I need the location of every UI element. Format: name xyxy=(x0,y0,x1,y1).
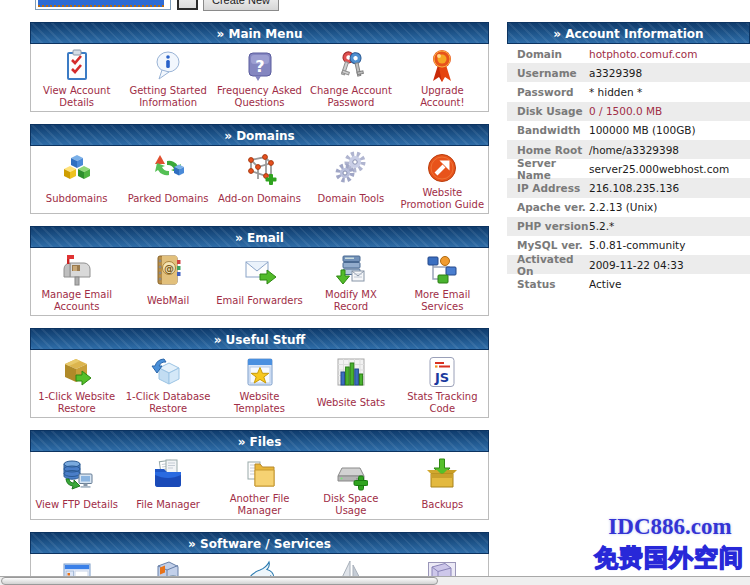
account-row-value: Active xyxy=(589,278,621,290)
section-useful-stuff: » Useful Stuff1-Click Website Restore1-C… xyxy=(30,328,489,418)
account-row-label: Username xyxy=(507,67,589,79)
menu-item-modify-mx-record[interactable]: Modify MX Record xyxy=(305,248,396,315)
section-header-email: » Email xyxy=(30,226,489,248)
account-row-label: Password xyxy=(507,86,589,98)
menu-item-file-manager[interactable]: File Manager xyxy=(122,452,213,519)
watermark-line2: 免费国外空间 xyxy=(588,542,750,574)
box-restore-icon xyxy=(60,355,94,389)
menu-item-label: 1-Click Website Restore xyxy=(31,389,122,417)
account-row-value: 216.108.235.136 xyxy=(589,182,679,194)
menu-item-add-on-domains[interactable]: Add-on Domains xyxy=(214,146,305,213)
menu-item-getting-started-information[interactable]: Getting Started Information xyxy=(122,44,213,111)
menu-sections: » Main MenuView Account DetailsGetting S… xyxy=(30,22,489,585)
menu-item-change-account-password[interactable]: Change Account Password xyxy=(305,44,396,111)
menu-item-label: 1-Click Database Restore xyxy=(122,389,213,417)
award-ribbon-icon xyxy=(425,49,459,83)
account-row-value: 5.0.81-community xyxy=(589,239,685,251)
account-row-value[interactable]: 0 / 1500.0 MB xyxy=(589,105,662,117)
menu-item-label: Add-on Domains xyxy=(216,185,303,213)
menu-item-email-forwarders[interactable]: Email Forwarders xyxy=(214,248,305,315)
create-new-button[interactable]: Create New xyxy=(203,0,279,11)
section-header-main-menu: » Main Menu xyxy=(30,22,489,44)
yellow-folder-icon xyxy=(243,457,277,491)
account-row-value: a3329398 xyxy=(589,67,642,79)
account-row-value[interactable]: hotphoto.comuf.com xyxy=(589,48,697,60)
account-row-ip-address: IP Address216.108.235.136 xyxy=(507,178,750,197)
section-email: » EmailManage Email Accounts@WebMailEmai… xyxy=(30,226,489,316)
account-row-value: 2.2.13 (Unix) xyxy=(589,201,657,213)
section-main-menu: » Main MenuView Account DetailsGetting S… xyxy=(30,22,489,112)
window-star-icon xyxy=(243,355,277,389)
menu-item-label: Website Stats xyxy=(315,389,388,417)
account-row-label: Domain xyxy=(507,48,589,60)
menu-item-label: WebMail xyxy=(145,287,191,315)
menu-item-manage-email-accounts[interactable]: Manage Email Accounts xyxy=(31,248,122,315)
menu-item-label: More Email Services xyxy=(397,287,488,315)
section-items-email: Manage Email Accounts@WebMailEmail Forwa… xyxy=(30,248,489,316)
account-row-username: Usernamea3329398 xyxy=(507,63,750,82)
menu-item-backups[interactable]: Backups xyxy=(397,452,488,519)
menu-item-website-stats[interactable]: Website Stats xyxy=(305,350,396,417)
disk-plus-icon xyxy=(334,457,368,491)
menu-item-stats-tracking-code[interactable]: JSStats Tracking Code xyxy=(397,350,488,417)
menu-item-another-file-manager[interactable]: Another File Manager xyxy=(214,452,305,519)
menu-item-label: Modify MX Record xyxy=(305,287,396,315)
section-header-useful-stuff: » Useful Stuff xyxy=(30,328,489,350)
account-row-label: Disk Usage xyxy=(507,105,589,117)
envelope-forward-icon xyxy=(243,253,277,287)
mailbox-icon xyxy=(60,253,94,287)
account-row-value: 5.2.* xyxy=(589,220,614,232)
menu-item-view-ftp-details[interactable]: View FTP Details xyxy=(31,452,122,519)
network-cube-plus-icon xyxy=(243,151,277,185)
promotion-arrow-icon xyxy=(425,151,459,185)
menu-item-frequency-asked-questions[interactable]: ?Frequency Asked Questions xyxy=(214,44,305,111)
section-items-files: View FTP DetailsFile ManagerAnother File… xyxy=(30,452,489,520)
menu-item-label: Website Promotion Guide xyxy=(397,185,488,213)
menu-item-webmail[interactable]: @WebMail xyxy=(122,248,213,315)
flowchart-icon xyxy=(425,253,459,287)
menu-item-website-promotion-guide[interactable]: Website Promotion Guide xyxy=(397,146,488,213)
menu-item-subdomains[interactable]: Subdomains xyxy=(31,146,122,213)
section-items-main-menu: View Account DetailsGetting Started Info… xyxy=(30,44,489,112)
menu-item-1-click-website-restore[interactable]: 1-Click Website Restore xyxy=(31,350,122,417)
menu-item-label: Subdomains xyxy=(44,185,110,213)
domain-input[interactable] xyxy=(35,0,171,10)
account-row-disk-usage: Disk Usage0 / 1500.0 MB xyxy=(507,102,750,121)
go-button[interactable] xyxy=(177,0,198,10)
section-domains: » DomainsSubdomainsParked DomainsAdd-on … xyxy=(30,124,489,214)
menu-item-more-email-services[interactable]: More Email Services xyxy=(397,248,488,315)
cubes-icon xyxy=(60,151,94,185)
menu-item-label: Change Account Password xyxy=(305,83,396,111)
address-book-icon: @ xyxy=(151,253,185,287)
horizontal-scrollbar-thumb[interactable] xyxy=(1,577,438,585)
section-header-domains: » Domains xyxy=(30,124,489,146)
account-row-bandwidth: Bandwidth100000 MB (100GB) xyxy=(507,121,750,140)
account-row-php-version: PHP version5.2.* xyxy=(507,217,750,236)
account-row-apache-ver: Apache ver.2.2.13 (Unix) xyxy=(507,198,750,217)
clipboard-check-icon xyxy=(60,49,94,83)
section-files: » FilesView FTP DetailsFile ManagerAnoth… xyxy=(30,430,489,520)
menu-item-parked-domains[interactable]: Parked Domains xyxy=(122,146,213,213)
server-mail-icon xyxy=(334,253,368,287)
menu-item-upgrade-account[interactable]: Upgrade Account! xyxy=(397,44,488,111)
section-header-software-services: » Software / Services xyxy=(30,532,489,554)
menu-item-label: Backups xyxy=(419,491,465,519)
menu-item-domain-tools[interactable]: Domain Tools xyxy=(305,146,396,213)
account-row-label: Activated On xyxy=(507,253,589,277)
menu-item-1-click-database-restore[interactable]: 1-Click Database Restore xyxy=(122,350,213,417)
menu-item-label: Disk Space Usage xyxy=(305,491,396,519)
menu-item-label: Another File Manager xyxy=(214,491,305,519)
svg-text:JS: JS xyxy=(434,370,449,385)
menu-item-website-templates[interactable]: Website Templates xyxy=(214,350,305,417)
keys-icon xyxy=(334,49,368,83)
js-code-icon: JS xyxy=(425,355,459,389)
ftp-transfer-icon xyxy=(60,457,94,491)
horizontal-scrollbar-track[interactable] xyxy=(0,576,750,585)
account-row-activated-on: Activated On2009-11-22 04:33 xyxy=(507,255,750,274)
account-row-value: /home/a3329398 xyxy=(589,144,679,156)
account-row-label: IP Address xyxy=(507,182,589,194)
account-row-label: Apache ver. xyxy=(507,201,589,213)
menu-item-view-account-details[interactable]: View Account Details xyxy=(31,44,122,111)
account-row-label: Bandwidth xyxy=(507,124,589,136)
menu-item-disk-space-usage[interactable]: Disk Space Usage xyxy=(305,452,396,519)
